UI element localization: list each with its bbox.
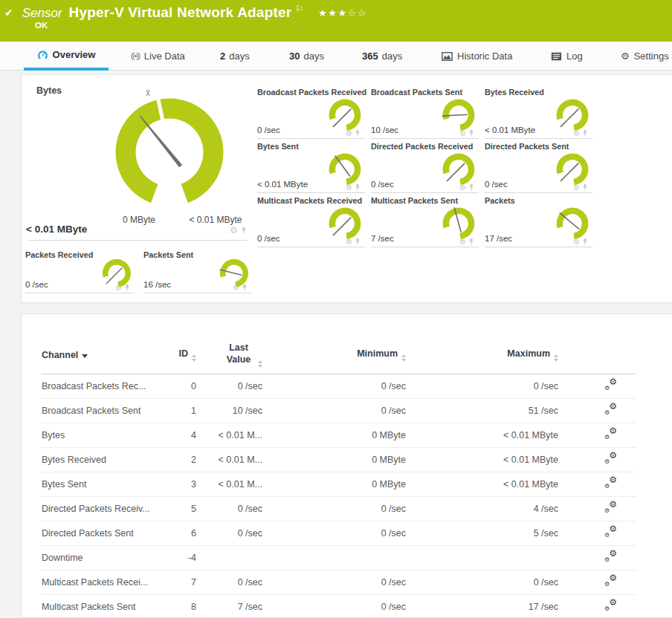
tab-live-data[interactable]: ((•))Live Data (131, 42, 185, 71)
channel-last-value: 0 /sec (196, 374, 262, 398)
pin-icon[interactable] (468, 183, 474, 192)
channel-name[interactable]: Directed Packets Receiv... (42, 496, 161, 521)
tab-label: Live Data (144, 51, 185, 62)
gauge-current-value: 0 /sec (25, 280, 48, 289)
gear-icon[interactable]: ⚙ (233, 284, 239, 292)
pin-icon[interactable] (241, 227, 247, 235)
mini-gauge-chart (325, 149, 365, 189)
gauge-current-value: 16 /sec (143, 280, 171, 289)
channel-name[interactable]: Bytes Received (42, 447, 161, 472)
tab-30-days[interactable]: 30days (289, 42, 324, 71)
gauge-current-value: 0 /sec (371, 180, 394, 189)
live-data-icon: ((•)) (131, 53, 140, 60)
tab-settings[interactable]: ⚙Settings (621, 42, 669, 71)
mini-gauge-chart (552, 149, 592, 189)
channel-settings-gears-icon[interactable]: ⚙⚙ (604, 405, 617, 414)
gauge-tile-packets-received: Packets Received0 /sec⚙ (25, 247, 135, 293)
gear-icon[interactable]: ⚙ (459, 238, 466, 246)
channel-settings-gears-icon[interactable]: ⚙⚙ (604, 380, 617, 390)
column-header-id[interactable]: ID (161, 336, 196, 374)
gauge-current-value: 17 /sec (485, 234, 512, 243)
pin-icon[interactable] (242, 284, 248, 292)
channel-id: 3 (161, 472, 196, 496)
table-row: Bytes Received2< 0.01 M...0 MByte< 0.01 … (42, 447, 636, 472)
gauge-tile-bytes-received: Bytes Received< 0.01 MByte⚙ (485, 85, 592, 139)
mini-gauge-chart (439, 203, 479, 243)
column-header-last-value[interactable]: Last Value (196, 336, 262, 374)
gear-icon[interactable]: ⚙ (346, 184, 352, 192)
column-header-minimum[interactable]: Minimum (262, 336, 406, 374)
channel-settings-gears-icon[interactable]: ⚙⚙ (604, 576, 617, 586)
channel-name[interactable]: Bytes Sent (42, 472, 161, 496)
sort-icon[interactable] (258, 360, 262, 368)
channel-settings-gears-icon[interactable]: ⚙⚙ (604, 601, 617, 611)
column-header-maximum[interactable]: Maximum (406, 336, 558, 374)
channel-settings-gears-icon[interactable]: ⚙⚙ (604, 552, 617, 562)
pin-icon[interactable] (468, 238, 474, 246)
gauge-title: Bytes Received (485, 88, 544, 97)
gear-icon[interactable]: ⚙ (346, 238, 352, 246)
pin-icon[interactable] (582, 238, 588, 246)
table-row: Directed Packets Sent60 /sec0 /sec5 /sec… (42, 521, 636, 545)
gear-icon[interactable]: ⚙ (346, 130, 352, 137)
channel-maximum: < 0.01 MByte (406, 447, 558, 472)
gauge-title: Packets Sent (143, 250, 193, 259)
sort-icon[interactable] (192, 354, 196, 362)
sort-icon[interactable] (554, 354, 558, 362)
channel-settings-gears-icon[interactable]: ⚙⚙ (604, 503, 617, 513)
sort-desc-icon[interactable] (82, 354, 88, 358)
tab-2-days[interactable]: 2days (220, 42, 250, 71)
pin-icon[interactable] (582, 129, 588, 137)
tab-historic-data[interactable]: Historic Data (442, 42, 512, 71)
channel-last-value (196, 545, 262, 570)
channel-name[interactable]: Downtime (42, 545, 161, 570)
channel-name[interactable]: Directed Packets Sent (42, 521, 161, 545)
gear-icon[interactable]: ⚙ (230, 226, 238, 235)
priority-stars[interactable]: ★★★☆☆ (318, 7, 367, 19)
pin-icon[interactable] (355, 238, 361, 246)
table-row: Broadcast Packets Sent110 /sec0 /sec51 /… (42, 398, 636, 423)
flag-icon[interactable]: ⚐ (295, 4, 303, 14)
channel-id: 6 (161, 521, 196, 545)
channel-minimum: 0 /sec (262, 521, 406, 545)
gear-icon[interactable]: ⚙ (573, 130, 580, 137)
channel-maximum: 4 /sec (406, 496, 558, 521)
channel-name[interactable]: Broadcast Packets Sent (42, 398, 161, 423)
pin-icon[interactable] (468, 129, 474, 137)
channel-name[interactable]: Bytes (42, 423, 161, 447)
gear-icon[interactable]: ⚙ (459, 184, 466, 192)
pin-icon[interactable] (355, 183, 361, 192)
channel-name[interactable]: Multicast Packets Sent (42, 594, 161, 618)
gear-icon[interactable]: ⚙ (459, 130, 466, 137)
gear-icon[interactable]: ⚙ (573, 238, 580, 246)
channel-settings-gears-icon[interactable]: ⚙⚙ (604, 429, 617, 439)
gear-icon[interactable]: ⚙ (573, 184, 580, 192)
channel-settings-gears-icon[interactable]: ⚙⚙ (604, 527, 617, 537)
tab-label: days (229, 51, 249, 62)
sort-icon[interactable] (401, 354, 406, 362)
channel-maximum: 51 /sec (406, 398, 558, 423)
channel-maximum: < 0.01 MByte (406, 472, 558, 496)
gauges-panel: Bytes x̄ 0 MByte < 0.01 MByte < 0.01 MBy… (21, 74, 672, 303)
tab-365-days[interactable]: 365days (362, 42, 402, 71)
mini-gauge-chart (325, 94, 365, 134)
channel-name[interactable]: Multicast Packets Recei... (42, 570, 161, 594)
gauge-tile-bytes-sent: Bytes Sent< 0.01 MByte⚙ (257, 139, 365, 193)
pin-icon[interactable] (582, 183, 588, 192)
tab-label: days (382, 51, 402, 62)
channel-last-value: 0 /sec (196, 521, 262, 545)
channel-settings-gears-icon[interactable]: ⚙⚙ (604, 478, 617, 488)
channel-maximum: 0 /sec (406, 374, 558, 398)
tab-overview[interactable]: Overview (24, 42, 109, 71)
column-header-channel[interactable]: Channel (42, 336, 161, 374)
channel-last-value: < 0.01 M... (196, 423, 262, 447)
divider (28, 240, 248, 241)
tab-log[interactable]: Log (551, 42, 583, 71)
channel-settings-gears-icon[interactable]: ⚙⚙ (604, 454, 617, 464)
channel-name[interactable]: Broadcast Packets Rec... (42, 374, 161, 398)
pin-icon[interactable] (355, 129, 361, 137)
pin-icon[interactable] (124, 284, 130, 292)
channel-id: 8 (161, 594, 196, 618)
table-row: Bytes Sent3< 0.01 M...0 MByte< 0.01 MByt… (42, 472, 636, 496)
gear-icon[interactable]: ⚙ (115, 284, 122, 292)
